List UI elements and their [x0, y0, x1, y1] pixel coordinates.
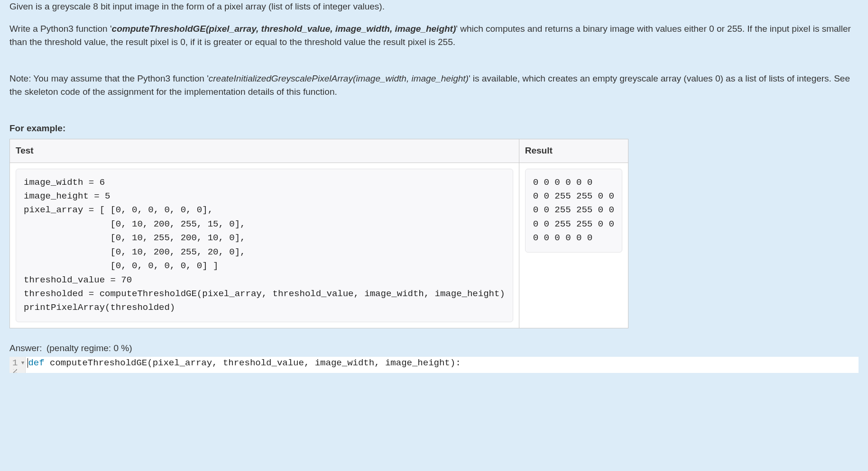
- code-line-2[interactable]: [28, 369, 857, 373]
- editor-gutter: 1 ▼ 2: [9, 357, 26, 373]
- test-cell: image_width = 6 image_height = 5 pixel_a…: [10, 163, 519, 328]
- para3-prefix: Note: You may assume that the Python3 fu…: [9, 73, 209, 83]
- gutter-row-2: 2: [9, 369, 25, 373]
- function-signature-threshold: computeThresholdGE(pixel_array, threshol…: [112, 24, 456, 34]
- problem-paragraph-1: Given is a greyscale 8 bit input image i…: [9, 0, 859, 14]
- test-code-block: image_width = 6 image_height = 5 pixel_a…: [16, 169, 513, 322]
- answer-label: Answer:: [9, 343, 42, 353]
- example-label: For example:: [9, 122, 859, 136]
- problem-paragraph-2: Write a Python3 function 'computeThresho…: [9, 22, 859, 49]
- line-number-1: 1: [12, 357, 18, 370]
- code-area[interactable]: def computeThresholdGE(pixel_array, thre…: [26, 357, 859, 373]
- line-number-2: 2: [12, 369, 18, 373]
- code-line-1[interactable]: def computeThresholdGE(pixel_array, thre…: [28, 357, 857, 369]
- table-header-result: Result: [519, 139, 628, 163]
- table-row: image_width = 6 image_height = 5 pixel_a…: [10, 163, 628, 328]
- result-cell: 0 0 0 0 0 0 0 0 255 255 0 0 0 0 255 255 …: [519, 163, 628, 328]
- problem-paragraph-3: Note: You may assume that the Python3 fu…: [9, 72, 859, 99]
- keyword-def: def: [28, 357, 44, 370]
- table-header-test: Test: [10, 139, 519, 163]
- result-output-block: 0 0 0 0 0 0 0 0 255 255 0 0 0 0 255 255 …: [525, 169, 622, 253]
- function-def-rest: computeThresholdGE(pixel_array, threshol…: [45, 357, 461, 370]
- problem-description: Given is a greyscale 8 bit input image i…: [9, 0, 859, 99]
- answer-header: Answer: (penalty regime: 0 %): [9, 342, 859, 355]
- function-signature-helper: createInitializedGreyscalePixelArray(ima…: [209, 73, 469, 83]
- example-table: Test Result image_width = 6 image_height…: [9, 139, 628, 328]
- fold-toggle-icon[interactable]: ▼: [19, 360, 24, 367]
- gutter-row-1: 1 ▼: [9, 357, 25, 369]
- para2-prefix: Write a Python3 function ': [9, 24, 112, 34]
- code-editor[interactable]: 1 ▼ 2 def computeThresholdGE(pixel_array…: [9, 357, 859, 373]
- penalty-regime: (penalty regime: 0 %): [46, 343, 132, 353]
